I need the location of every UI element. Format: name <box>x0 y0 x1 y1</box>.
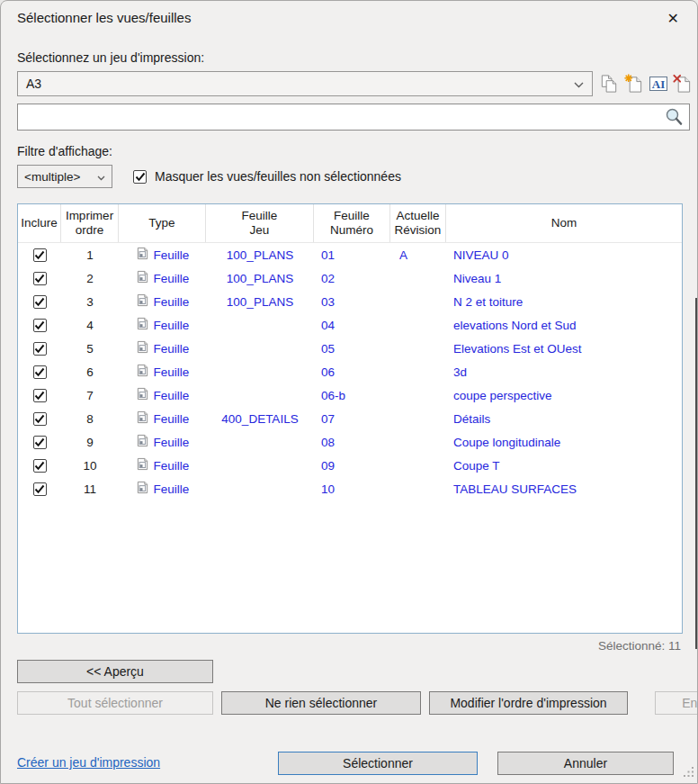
row-revision-cell <box>390 266 446 290</box>
row-name-cell: coupe perspective <box>446 383 682 407</box>
include-checkbox[interactable] <box>33 248 47 262</box>
preview-row: << Aperçu <box>17 660 681 683</box>
select-views-sheets-dialog: Sélectionner les vues/feuilles ✕ Sélecti… <box>0 0 698 784</box>
sheet-icon <box>136 481 149 497</box>
row-include-cell <box>18 430 61 454</box>
column-header-number: Feuille Numéro <box>314 204 390 242</box>
table-row[interactable]: 4 Feuille 04 elevations Nord et Sud <box>18 313 682 337</box>
include-checkbox[interactable] <box>33 482 47 496</box>
select-all-button[interactable]: Tout sélectionner <box>17 691 213 715</box>
row-name-cell: NIVEAU 0 <box>446 243 682 266</box>
table-row[interactable]: 6 Feuille 06 3d <box>18 360 682 383</box>
table-row[interactable]: 9 Feuille 08 Coupe longitudinale <box>18 430 682 454</box>
row-name-cell: Coupe T <box>446 454 682 477</box>
table-row[interactable]: 10 Feuille 09 Coupe T <box>18 454 682 477</box>
row-type-cell: Feuille <box>119 407 206 430</box>
chevron-down-icon <box>574 77 584 91</box>
include-checkbox[interactable] <box>33 389 47 402</box>
save-button-clipped[interactable]: Enre <box>655 691 698 715</box>
sheet-table: Inclure Imprimer ordre Type Feuille Jeu … <box>17 203 683 634</box>
row-set-cell <box>206 383 314 407</box>
row-number-cell: 03 <box>314 290 390 313</box>
select-none-button[interactable]: Ne rien sélectionner <box>221 691 421 715</box>
row-revision-cell <box>390 290 446 313</box>
row-number-cell: 01 <box>314 243 390 266</box>
print-set-label: Sélectionnez un jeu d'impression: <box>17 50 681 66</box>
hide-unselected-checkbox[interactable] <box>133 170 147 184</box>
sheet-icon <box>136 247 149 263</box>
include-checkbox[interactable] <box>33 295 47 309</box>
sheet-icon <box>136 317 149 333</box>
filter-row: <multiple> Masquer les vues/feuilles non… <box>17 165 681 188</box>
row-set-cell <box>206 454 314 477</box>
include-checkbox[interactable] <box>33 342 47 356</box>
sheet-icon <box>136 387 149 403</box>
include-checkbox[interactable] <box>33 436 47 449</box>
row-order-cell: 8 <box>61 407 119 430</box>
row-order-cell: 7 <box>61 383 119 407</box>
include-checkbox[interactable] <box>33 412 47 426</box>
row-number-cell: 08 <box>314 430 390 454</box>
row-type-label: Feuille <box>154 436 190 449</box>
table-row[interactable]: 7 Feuille 06-b coupe perspective <box>18 383 682 407</box>
row-include-cell <box>18 290 61 313</box>
modify-print-order-button[interactable]: Modifier l'ordre d'impression <box>429 691 628 715</box>
row-include-cell <box>18 337 61 360</box>
print-set-combobox[interactable]: A3 <box>17 71 593 96</box>
rename-print-set-icon[interactable]: AI <box>647 72 669 95</box>
row-type-cell: Feuille <box>119 383 206 407</box>
preview-button[interactable]: << Aperçu <box>17 660 213 683</box>
row-include-cell <box>18 454 61 477</box>
row-type-label: Feuille <box>154 272 190 285</box>
row-include-cell <box>18 407 61 430</box>
row-order-cell: 5 <box>61 337 119 360</box>
row-type-cell: Feuille <box>119 454 206 477</box>
new-print-set-icon[interactable] <box>622 72 645 95</box>
display-filter-select[interactable]: <multiple> <box>17 165 112 188</box>
row-set-cell: 400_DETAILS <box>206 407 314 430</box>
sheet-icon <box>136 270 149 286</box>
table-row[interactable]: 5 Feuille 05 Elevations Est et OUest <box>18 337 682 360</box>
sheet-icon <box>136 293 149 310</box>
table-row[interactable]: 2 Feuille 100_PLANS 02 Niveau 1 <box>18 266 682 290</box>
row-type-cell: Feuille <box>119 290 206 313</box>
row-type-label: Feuille <box>154 412 190 426</box>
row-order-cell: 9 <box>61 430 119 454</box>
row-name-cell: N 2 et toiture <box>446 290 682 313</box>
close-icon[interactable]: ✕ <box>660 10 686 28</box>
row-type-cell: Feuille <box>119 360 206 383</box>
row-type-cell: Feuille <box>119 337 206 360</box>
sheet-icon <box>136 340 149 356</box>
table-row[interactable]: 8 Feuille 400_DETAILS 07 Détails <box>18 407 682 430</box>
search-input[interactable] <box>17 104 690 131</box>
table-row[interactable]: 3 Feuille 100_PLANS 03 N 2 et toiture <box>18 290 682 313</box>
row-order-cell: 3 <box>61 290 119 313</box>
copy-print-set-icon[interactable] <box>598 72 621 95</box>
row-number-cell: 06 <box>314 360 390 383</box>
create-print-set-link[interactable]: Créer un jeu d'impression <box>17 755 160 770</box>
row-name-cell: Elevations Est et OUest <box>446 337 682 360</box>
row-type-label: Feuille <box>154 295 190 309</box>
row-include-cell <box>18 360 61 383</box>
row-order-cell: 2 <box>61 266 119 290</box>
select-button[interactable]: Sélectionner <box>278 752 478 775</box>
row-type-cell: Feuille <box>119 313 206 337</box>
delete-print-set-icon[interactable] <box>671 72 694 95</box>
include-checkbox[interactable] <box>33 319 47 332</box>
row-number-cell: 05 <box>314 337 390 360</box>
include-checkbox[interactable] <box>33 272 47 285</box>
row-name-cell: 3d <box>446 360 682 383</box>
resize-grip[interactable] <box>683 766 694 780</box>
table-row[interactable]: 11 Feuille 10 TABLEAU SURFACES <box>18 477 682 500</box>
table-row[interactable]: 1 Feuille 100_PLANS 01 A NIVEAU 0 <box>18 243 682 266</box>
row-set-cell <box>206 337 314 360</box>
include-checkbox[interactable] <box>33 459 47 473</box>
include-checkbox[interactable] <box>33 365 47 379</box>
row-revision-cell: A <box>390 243 446 266</box>
cancel-button[interactable]: Annuler <box>497 752 674 775</box>
column-header-type: Type <box>119 204 206 242</box>
row-revision-cell <box>390 477 446 500</box>
row-revision-cell <box>390 383 446 407</box>
row-order-cell: 6 <box>61 360 119 383</box>
row-include-cell <box>18 266 61 290</box>
